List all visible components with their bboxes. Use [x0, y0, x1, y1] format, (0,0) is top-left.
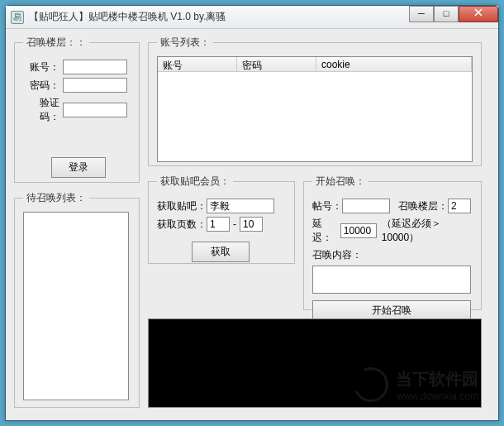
bar-label: 获取贴吧： [157, 199, 207, 213]
password-label: 密码： [23, 79, 59, 93]
app-icon: 易 [11, 11, 24, 24]
fetch-button[interactable]: 获取 [192, 242, 250, 262]
pages-label: 获取页数： [157, 218, 207, 232]
content-label: 召唤内容： [312, 248, 362, 262]
log-panel [148, 318, 482, 408]
pages-to-input[interactable] [240, 217, 263, 232]
captcha-label: 验证码： [23, 96, 59, 124]
minimize-button[interactable]: ─ [409, 6, 434, 22]
fetch-legend: 获取贴吧会员： [157, 175, 233, 189]
captcha-input[interactable] [63, 103, 127, 117]
accounts-table[interactable]: 账号 密码 cookie [157, 56, 473, 162]
accounts-group: 账号列表： 账号 密码 cookie [148, 36, 482, 166]
delay-hint: （延迟必须＞10000） [382, 217, 473, 245]
bar-input[interactable] [207, 199, 274, 213]
content-input[interactable] [312, 266, 471, 294]
pending-group: 待召唤列表： [14, 191, 140, 408]
tid-input[interactable] [342, 199, 390, 213]
accounts-table-body [158, 72, 472, 161]
app-window: 易 【贴吧狂人】贴吧楼中楼召唤机 V1.0 by.离骚 ─ □ 召唤楼层：： 账… [5, 5, 499, 421]
tid-label: 帖号： [312, 199, 342, 213]
col-password: 密码 [237, 57, 316, 71]
pending-legend: 待召唤列表： [23, 191, 89, 205]
login-group: 召唤楼层：： 账号： 密码： 验证码： 登录 [14, 36, 140, 183]
delay-input[interactable] [340, 223, 377, 238]
client-area: 召唤楼层：： 账号： 密码： 验证码： 登录 待召唤列表： 账号列表： [6, 29, 498, 420]
dash-label: - [233, 218, 236, 230]
login-legend: 召唤楼层：： [23, 36, 89, 50]
fetch-group: 获取贴吧会员： 获取贴吧： 获取页数： - 获取 [148, 175, 295, 264]
window-title: 【贴吧狂人】贴吧楼中楼召唤机 V1.0 by.离骚 [29, 10, 226, 24]
pending-listbox[interactable] [23, 212, 129, 400]
floor-label: 召唤楼层： [398, 199, 448, 213]
close-button[interactable] [459, 6, 498, 22]
delay-label: 延迟： [312, 217, 340, 245]
titlebar: 易 【贴吧狂人】贴吧楼中楼召唤机 V1.0 by.离骚 ─ □ [6, 6, 498, 29]
login-button[interactable]: 登录 [51, 157, 106, 178]
pages-from-input[interactable] [207, 217, 230, 232]
accounts-legend: 账号列表： [157, 36, 213, 50]
maximize-button[interactable]: □ [434, 6, 459, 22]
col-account: 账号 [158, 57, 237, 71]
account-label: 账号： [23, 60, 59, 74]
password-input[interactable] [63, 78, 127, 93]
account-input[interactable] [63, 60, 127, 74]
col-cookie: cookie [316, 57, 472, 71]
start-legend: 开始召唤： [312, 175, 368, 189]
floor-input[interactable] [448, 199, 471, 213]
start-group: 开始召唤： 帖号： 召唤楼层： 延迟： （延迟必须＞10000） 召唤内容： 开… [303, 175, 482, 310]
